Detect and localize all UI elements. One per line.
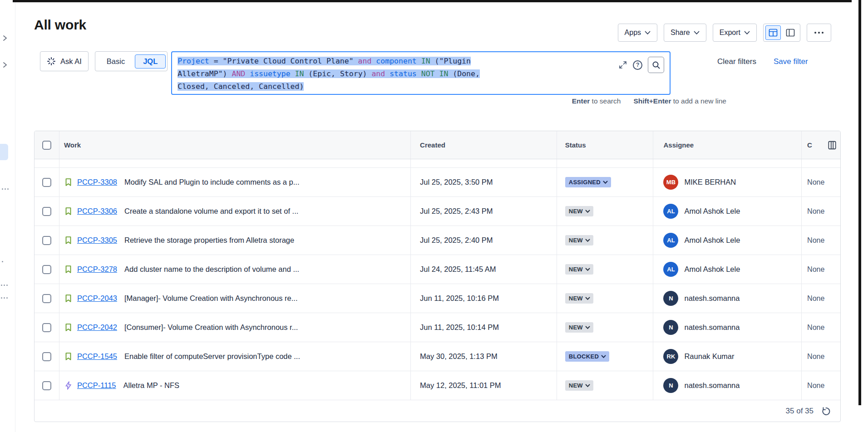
issue-key-link[interactable]: PCCP-1545 — [77, 352, 117, 361]
hint-enter-text: to search — [590, 97, 621, 105]
table-row[interactable]: PCCP-1115 Alletra MP - NFS May 12, 2025,… — [35, 371, 840, 400]
table-row[interactable]: PCCP-3306 Create a standalone volume and… — [35, 196, 840, 226]
issue-summary[interactable]: [Consumer]- Volume Creation with Asynchr… — [124, 323, 298, 332]
created-date: Jun 11, 2025, 10:14 PM — [420, 323, 499, 332]
save-filter-button[interactable]: Save filter — [774, 57, 808, 66]
table-row[interactable]: PCCP-3278 Add cluster name to the descri… — [35, 255, 840, 284]
assignee-avatar: N — [663, 320, 678, 335]
row-checkbox[interactable] — [42, 323, 51, 332]
assignee-name: natesh.somanna — [684, 381, 740, 390]
apps-button[interactable]: Apps — [618, 24, 657, 42]
table-row[interactable]: PCCP-1545 Enable filter of computeServer… — [35, 342, 840, 371]
tab-jql[interactable]: JQL — [135, 54, 166, 69]
ellipsis-icon — [1, 285, 8, 286]
assignee-name: Amol Ashok Lele — [684, 207, 740, 216]
issue-summary[interactable]: Retrieve the storage properties from All… — [124, 236, 294, 245]
chevron-down-icon — [585, 268, 590, 271]
row-checkbox[interactable] — [42, 236, 51, 245]
sidebar-active-item-fragment[interactable] — [0, 144, 8, 160]
column-header-status[interactable]: Status — [557, 131, 654, 159]
status-badge[interactable]: NEW — [565, 206, 593, 216]
expand-editor-button[interactable] — [618, 60, 627, 69]
issue-type-icon — [64, 236, 73, 245]
row-checkbox[interactable] — [42, 294, 51, 303]
row-checkbox[interactable] — [42, 352, 51, 361]
column-header-work[interactable]: Work — [59, 131, 411, 159]
issue-key-link[interactable]: PCCP-2042 — [77, 323, 117, 332]
issue-summary[interactable]: Enable filter of computeServer provision… — [124, 352, 300, 361]
status-label: NEW — [569, 295, 583, 302]
status-badge[interactable]: ASSIGNED — [565, 177, 611, 187]
created-date: May 12, 2025, 11:01 PM — [420, 381, 501, 390]
chevron-down-icon — [585, 326, 590, 329]
assignee-name: Amol Ashok Lele — [684, 265, 740, 274]
table-row[interactable]: PCCP-3305 Retrieve the storage propertie… — [35, 226, 840, 255]
jql-query: Project = "Private Cloud Control Plane" … — [178, 55, 602, 93]
list-view-button[interactable] — [765, 25, 781, 40]
extra-cell-value: None — [807, 324, 824, 332]
status-badge[interactable]: NEW — [565, 235, 593, 245]
table-row[interactable]: PCCP-3308 Modify SAL and Plugin to inclu… — [35, 167, 840, 196]
columns-icon — [827, 140, 837, 150]
assignee-name: Raunak Kumar — [684, 352, 734, 361]
status-badge[interactable]: NEW — [565, 264, 593, 275]
issue-summary[interactable]: Create a standalone volume and export it… — [124, 207, 298, 216]
row-checkbox[interactable] — [42, 207, 51, 216]
chevron-right-icon[interactable] — [3, 62, 7, 70]
table-row[interactable]: PCCP-2042 [Consumer]- Volume Creation wi… — [35, 313, 840, 342]
issue-type-icon — [64, 207, 73, 216]
table-header: Work Created Status Assignee C — [35, 131, 840, 159]
issue-summary[interactable]: Add cluster name to the description of v… — [124, 265, 299, 274]
extra-cell-value: None — [807, 265, 824, 274]
issue-key-link[interactable]: PCCP-3308 — [77, 178, 117, 187]
tab-basic[interactable]: Basic — [97, 57, 135, 66]
more-actions-button[interactable] — [807, 24, 831, 42]
select-all-checkbox[interactable] — [42, 141, 51, 150]
work-items-table: Work Created Status Assignee C — [34, 131, 841, 422]
status-label: NEW — [569, 324, 583, 331]
column-header-created[interactable]: Created — [411, 131, 557, 159]
assignee-name: natesh.somanna — [684, 294, 740, 303]
query-mode-switch: Basic JQL — [95, 51, 168, 71]
issue-key-link[interactable]: PCCP-3278 — [77, 265, 117, 274]
column-header-extra-label[interactable]: C — [807, 141, 812, 149]
run-search-button[interactable] — [648, 57, 664, 73]
assignee-avatar: MB — [663, 175, 678, 190]
assignee-name: natesh.somanna — [684, 323, 740, 332]
clear-filters-button[interactable]: Clear filters — [717, 57, 756, 66]
row-checkbox[interactable] — [42, 265, 51, 274]
status-badge[interactable]: NEW — [565, 380, 593, 391]
share-button[interactable]: Share — [664, 24, 706, 42]
detail-view-button[interactable] — [783, 25, 798, 40]
jql-editor[interactable]: Project = "Private Cloud Control Plane" … — [171, 51, 671, 95]
status-badge[interactable]: NEW — [565, 322, 593, 333]
ask-ai-button[interactable]: Ask AI — [40, 51, 89, 71]
status-badge[interactable]: NEW — [565, 293, 593, 304]
issue-summary[interactable]: Alletra MP - NFS — [123, 381, 179, 390]
issue-summary[interactable]: Modify SAL and Plugin to include comment… — [124, 178, 300, 187]
row-checkbox[interactable] — [42, 381, 51, 390]
ai-sparkle-icon — [47, 57, 56, 66]
column-header-assignee[interactable]: Assignee — [653, 131, 802, 159]
refresh-button[interactable] — [821, 406, 831, 417]
chevron-down-icon — [585, 239, 590, 242]
extra-cell-value: None — [807, 178, 824, 187]
issue-key-link[interactable]: PCCP-2043 — [77, 294, 117, 303]
assignee-avatar: AL — [663, 233, 678, 248]
issue-key-link[interactable]: PCCP-3305 — [77, 236, 117, 245]
issue-key-link[interactable]: PCCP-1115 — [77, 381, 116, 390]
issue-summary[interactable]: [Manager]- Volume Creation with Asynchro… — [124, 294, 298, 303]
ask-ai-label: Ask AI — [60, 57, 82, 66]
row-checkbox[interactable] — [42, 178, 51, 187]
chevron-right-icon[interactable] — [3, 35, 7, 43]
status-badge[interactable]: BLOCKED — [565, 351, 609, 362]
export-button[interactable]: Export — [713, 24, 757, 42]
created-date: Jun 11, 2025, 10:16 PM — [420, 294, 499, 303]
table-body: PCCP-3308 Modify SAL and Plugin to inclu… — [35, 159, 840, 400]
issue-key-link[interactable]: PCCP-3306 — [77, 207, 117, 216]
assignee-avatar: N — [663, 378, 678, 393]
table-row[interactable]: PCCP-2043 [Manager]- Volume Creation wit… — [35, 284, 840, 313]
syntax-help-button[interactable]: ? — [633, 60, 642, 70]
status-label: NEW — [569, 266, 583, 273]
configure-columns-button[interactable] — [827, 140, 837, 150]
